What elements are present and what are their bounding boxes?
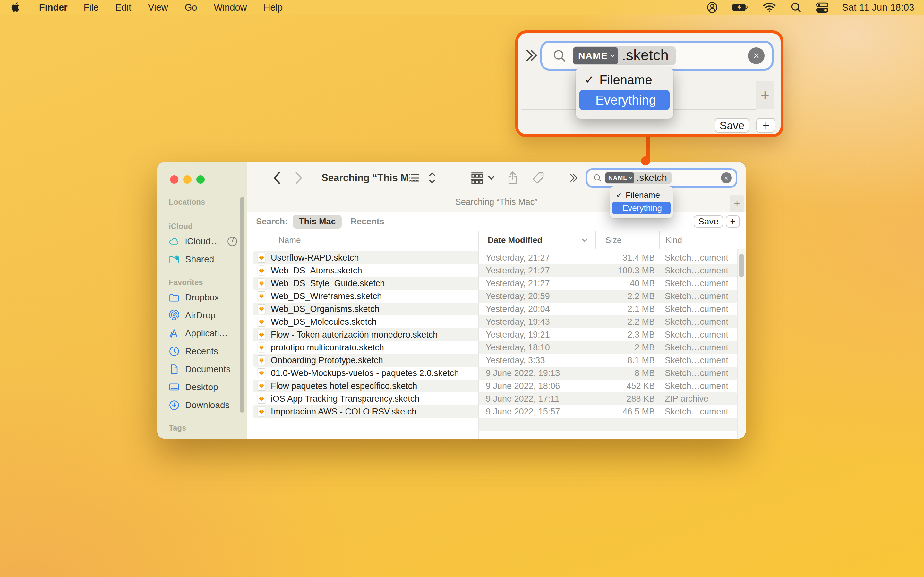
- search-scope-token[interactable]: NAME: [606, 172, 634, 183]
- group-view-icon[interactable]: [470, 171, 484, 185]
- sidebar-item-applicati[interactable]: Applicati…: [169, 324, 247, 342]
- document-icon: [169, 364, 180, 375]
- search-query-text[interactable]: .sketch: [634, 172, 668, 184]
- column-header-size[interactable]: Size: [595, 231, 659, 249]
- sidebar-item-favicon[interactable]: favicon: [169, 434, 247, 438]
- search-query-text[interactable]: .sketch: [618, 47, 670, 65]
- toolbar-overflow-chevron-icon[interactable]: [523, 47, 540, 64]
- add-criteria-button[interactable]: +: [726, 215, 740, 227]
- search-input[interactable]: NAME .sketch ×: [586, 168, 737, 187]
- file-list: Userflow-RAPD.sketchYesterday, 21:2731.4…: [247, 250, 737, 438]
- sidebar-item-downloads[interactable]: Downloads: [169, 396, 247, 414]
- table-row[interactable]: Onboarding Prototype.sketchYesterday, 3:…: [253, 354, 737, 367]
- menu-item-everything[interactable]: Everything: [580, 90, 670, 110]
- table-row[interactable]: 01.0-Web-Mockups-vuelos - paquetes 2.0.s…: [253, 367, 737, 380]
- add-filter-button[interactable]: +: [730, 195, 744, 212]
- forward-button[interactable]: [294, 171, 304, 185]
- menu-item-window[interactable]: Window: [205, 2, 255, 13]
- table-row[interactable]: Userflow-RAPD.sketchYesterday, 21:2731.4…: [253, 251, 737, 264]
- user-account-icon[interactable]: [707, 1, 718, 13]
- add-filter-button[interactable]: +: [756, 81, 774, 109]
- column-header-date-modified[interactable]: Date Modified: [478, 231, 595, 249]
- sidebar-item-label: Shared: [185, 254, 214, 264]
- file-size: 288 KB: [595, 394, 659, 404]
- table-row[interactable]: Flow - Token autorización monedero.sketc…: [253, 328, 737, 341]
- clear-search-icon[interactable]: ×: [721, 172, 732, 183]
- table-row[interactable]: prototipo multicontrato.sketchYesterday,…: [253, 341, 737, 354]
- sidebar-item-icloud[interactable]: iCloud…: [169, 232, 247, 250]
- menu-bar-status: Sat 11 Jun 18:03: [707, 1, 924, 13]
- table-row[interactable]: Web_DS_Wireframes.sketchYesterday, 20:59…: [253, 290, 737, 303]
- menu-item-everything[interactable]: Everything: [612, 201, 670, 214]
- scope-this-mac[interactable]: This Mac: [293, 215, 342, 229]
- menu-item-filename[interactable]: ✓ Filename: [580, 71, 670, 89]
- clear-search-icon[interactable]: ×: [748, 47, 764, 64]
- menu-item-view[interactable]: View: [140, 2, 176, 13]
- table-row[interactable]: Importacion AWS - COLO RSV.sketch9 June …: [253, 405, 737, 418]
- save-search-button[interactable]: Save: [715, 118, 749, 133]
- sidebar-scrollbar[interactable]: [240, 197, 244, 413]
- table-row[interactable]: Web_DS_Atoms.sketchYesterday, 21:27100.3…: [253, 264, 737, 277]
- sidebar-item-desktop[interactable]: Desktop: [169, 378, 247, 396]
- search-token-selection: NAME .sketch: [573, 47, 676, 65]
- column-header-kind[interactable]: Kind: [659, 231, 740, 249]
- sketch-file-icon: [257, 406, 266, 417]
- sort-chevron-icon: [581, 237, 588, 243]
- file-date-modified: Yesterday, 19:21: [478, 330, 595, 340]
- save-search-button[interactable]: Save: [694, 215, 723, 227]
- close-window-button[interactable]: [170, 175, 178, 184]
- table-row[interactable]: Flow paquetes hotel específico.sketch9 J…: [253, 380, 737, 392]
- add-criteria-button[interactable]: +: [756, 118, 775, 133]
- table-row[interactable]: iOS App Tracking Transparency.sketch9 Ju…: [253, 392, 737, 405]
- wifi-icon[interactable]: [762, 2, 776, 13]
- sidebar-item-label: Applicati…: [185, 328, 228, 338]
- file-date-modified: Yesterday, 21:27: [478, 253, 595, 263]
- list-view-icon[interactable]: [407, 171, 420, 184]
- view-sort-chevrons-icon[interactable]: [427, 171, 437, 185]
- table-scrollbar-thumb[interactable]: [739, 254, 744, 277]
- menu-item-edit[interactable]: Edit: [107, 2, 140, 13]
- toolbar-overflow-chevron-icon[interactable]: [568, 172, 580, 184]
- menu-item-finder[interactable]: Finder: [31, 2, 75, 13]
- sidebar-item-dropbox[interactable]: Dropbox: [169, 288, 247, 306]
- file-size: 2.2 MB: [595, 292, 659, 301]
- menu-item-go[interactable]: Go: [176, 2, 206, 13]
- file-date-modified: Yesterday, 3:33: [478, 356, 595, 366]
- column-header-name[interactable]: Name: [253, 235, 478, 245]
- menu-item-filename[interactable]: ✓ Filename: [612, 188, 670, 201]
- sidebar-item-documents[interactable]: Documents: [169, 360, 247, 378]
- table-row[interactable]: Web_DS_Style_Guide.sketchYesterday, 21:2…: [253, 277, 737, 290]
- menu-bar-clock[interactable]: Sat 11 Jun 18:03: [842, 2, 914, 13]
- file-size: 46.5 MB: [595, 407, 659, 417]
- table-scrollbar-track[interactable]: [737, 250, 746, 438]
- file-kind: Sketch…cument: [659, 317, 737, 327]
- scope-recents[interactable]: Recents: [351, 217, 384, 227]
- search-input-magnified[interactable]: NAME .sketch ×: [540, 41, 774, 71]
- sidebar-item-recents[interactable]: Recents: [169, 342, 247, 360]
- zoom-window-button[interactable]: [196, 175, 205, 184]
- sidebar-item-shared[interactable]: Shared: [169, 250, 247, 268]
- file-name: Onboarding Prototype.sketch: [271, 356, 383, 366]
- tag-icon: [532, 171, 545, 185]
- sidebar-item-airdrop[interactable]: AirDrop: [169, 306, 247, 324]
- file-date-modified: 9 June 2022, 19:13: [478, 368, 595, 378]
- control-center-icon[interactable]: [816, 2, 829, 13]
- back-button[interactable]: [272, 171, 282, 185]
- search-scope-token[interactable]: NAME: [573, 47, 618, 64]
- apple-menu-icon[interactable]: [11, 1, 22, 14]
- shared-folder-icon: [169, 254, 180, 264]
- table-row[interactable]: Web_DS_Molecules.sketchYesterday, 19:432…: [253, 316, 737, 328]
- minimize-window-button[interactable]: [183, 175, 192, 184]
- file-date-modified: 9 June 2022, 18:06: [478, 381, 595, 391]
- menu-item-help[interactable]: Help: [255, 2, 291, 13]
- table-header: Name Date Modified Size Kind: [247, 231, 746, 250]
- spotlight-search-icon[interactable]: [790, 2, 802, 13]
- battery-charging-icon[interactable]: [732, 3, 748, 12]
- file-kind: Sketch…cument: [659, 330, 737, 340]
- menu-item-file[interactable]: File: [75, 2, 107, 13]
- chevron-down-icon[interactable]: [487, 174, 495, 182]
- search-token-selection: NAME .sketch: [606, 172, 672, 184]
- file-kind: Sketch…cument: [659, 266, 737, 276]
- file-date-modified: Yesterday, 21:27: [478, 279, 595, 288]
- table-row[interactable]: Web_DS_Organisms.sketchYesterday, 20:042…: [253, 303, 737, 316]
